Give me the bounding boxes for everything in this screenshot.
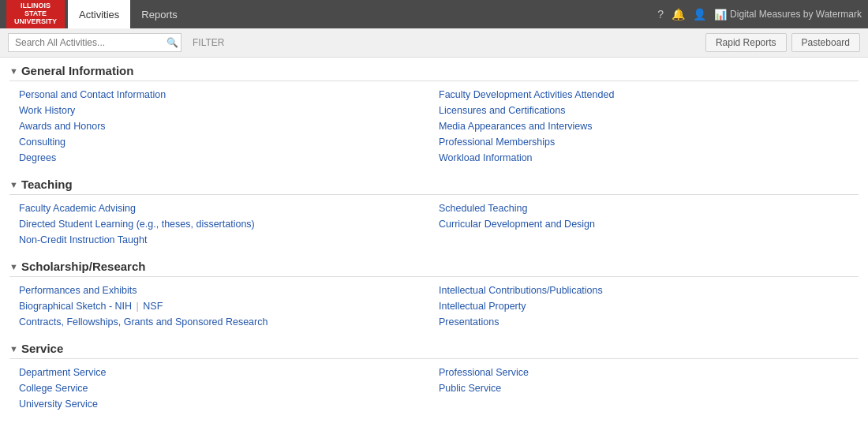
section-general-information: ▼General InformationPersonal and Contact…: [9, 64, 859, 165]
link-public-service[interactable]: Public Service: [439, 381, 859, 395]
activities-nav-button[interactable]: Activities: [68, 0, 130, 28]
links-grid-service: Department ServiceProfessional ServiceCo…: [9, 365, 859, 411]
help-icon[interactable]: ?: [657, 8, 664, 21]
link-media[interactable]: Media Appearances and Interviews: [439, 119, 859, 133]
action-buttons: Rapid Reports Pasteboard: [705, 33, 860, 52]
section-header-service: ▼Service: [9, 342, 859, 359]
section-title-scholarship-research: Scholarship/Research: [21, 260, 146, 273]
university-logo: IllinoisStateUniversity: [6, 0, 65, 28]
user-icon[interactable]: 👤: [693, 8, 706, 21]
link-intellectual-contrib[interactable]: Intellectual Contributions/Publications: [439, 283, 859, 298]
section-teaching: ▼TeachingFaculty Academic AdvisingSchedu…: [9, 178, 859, 247]
link-degrees[interactable]: Degrees: [19, 151, 439, 165]
section-header-teaching: ▼Teaching: [9, 178, 859, 195]
digital-measures-logo: 📊 Digital Measures by Watermark: [714, 9, 862, 21]
search-input[interactable]: [8, 33, 181, 52]
link-faculty-advising[interactable]: Faculty Academic Advising: [19, 201, 439, 215]
link-contracts[interactable]: Contracts, Fellowships, Grants and Spons…: [19, 315, 439, 329]
section-header-scholarship-research: ▼Scholarship/Research: [9, 260, 859, 277]
rapid-reports-button[interactable]: Rapid Reports: [705, 33, 787, 52]
bell-icon[interactable]: 🔔: [672, 8, 685, 21]
pasteboard-button[interactable]: Pasteboard: [791, 33, 860, 52]
empty-right-teaching-2: [439, 233, 859, 247]
link-personal-contact[interactable]: Personal and Contact Information: [19, 88, 439, 102]
section-title-teaching: Teaching: [21, 178, 73, 191]
filter-button[interactable]: FILTER: [188, 36, 229, 50]
search-button[interactable]: 🔍: [166, 37, 178, 48]
section-scholarship-research: ▼Scholarship/ResearchPerformances and Ex…: [9, 260, 859, 329]
nav-right: ? 🔔 👤 📊 Digital Measures by Watermark: [657, 8, 862, 21]
section-toggle-scholarship-research[interactable]: ▼: [9, 262, 18, 271]
section-toggle-service[interactable]: ▼: [9, 344, 18, 354]
section-service: ▼ServiceDepartment ServiceProfessional S…: [9, 342, 859, 411]
link-college-service[interactable]: College Service: [19, 381, 439, 395]
link-consulting[interactable]: Consulting: [19, 135, 439, 149]
link-non-credit[interactable]: Non-Credit Instruction Taught: [19, 233, 439, 247]
section-header-general-information: ▼General Information: [9, 64, 859, 81]
link-scheduled-teaching[interactable]: Scheduled Teaching: [439, 201, 859, 215]
main-content: ▼General InformationPersonal and Contact…: [0, 58, 868, 423]
link-biographical[interactable]: Biographical Sketch - NIH | NSF: [19, 299, 439, 313]
link-performances[interactable]: Performances and Exhibits: [19, 283, 439, 298]
links-grid-scholarship-research: Performances and ExhibitsIntellectual Co…: [9, 283, 859, 329]
section-title-service: Service: [21, 342, 63, 355]
nav-left: IllinoisStateUniversity Activities Repor…: [6, 0, 189, 28]
reports-nav-button[interactable]: Reports: [130, 0, 189, 28]
link-directed-student[interactable]: Directed Student Learning (e.g., theses,…: [19, 217, 439, 231]
search-wrapper: 🔍: [8, 33, 181, 52]
link-presentations[interactable]: Presentations: [439, 315, 859, 329]
link-prof-memberships[interactable]: Professional Memberships: [439, 135, 859, 149]
link-work-history[interactable]: Work History: [19, 103, 439, 118]
section-toggle-teaching[interactable]: ▼: [9, 180, 18, 189]
link-curricular-dev[interactable]: Curricular Development and Design: [439, 217, 859, 231]
link-dept-service[interactable]: Department Service: [19, 365, 439, 380]
link-university-service[interactable]: University Service: [19, 397, 439, 411]
links-grid-general-information: Personal and Contact InformationFaculty …: [9, 88, 859, 165]
links-grid-teaching: Faculty Academic AdvisingScheduled Teach…: [9, 201, 859, 247]
link-prof-service[interactable]: Professional Service: [439, 365, 859, 380]
link-faculty-dev[interactable]: Faculty Development Activities Attended: [439, 88, 859, 102]
link-intellectual-prop[interactable]: Intellectual Property: [439, 299, 859, 313]
search-bar: 🔍 FILTER Rapid Reports Pasteboard: [0, 28, 868, 58]
section-title-general-information: General Information: [21, 64, 134, 77]
link-workload[interactable]: Workload Information: [439, 151, 859, 165]
link-licensures[interactable]: Licensures and Certifications: [439, 103, 859, 118]
empty-right-service-2: [439, 397, 859, 411]
section-toggle-general-information[interactable]: ▼: [9, 66, 18, 76]
dm-icon: 📊: [714, 9, 727, 21]
dm-label: Digital Measures by Watermark: [730, 9, 862, 20]
top-navigation: IllinoisStateUniversity Activities Repor…: [0, 0, 868, 28]
link-awards-honors[interactable]: Awards and Honors: [19, 119, 439, 133]
